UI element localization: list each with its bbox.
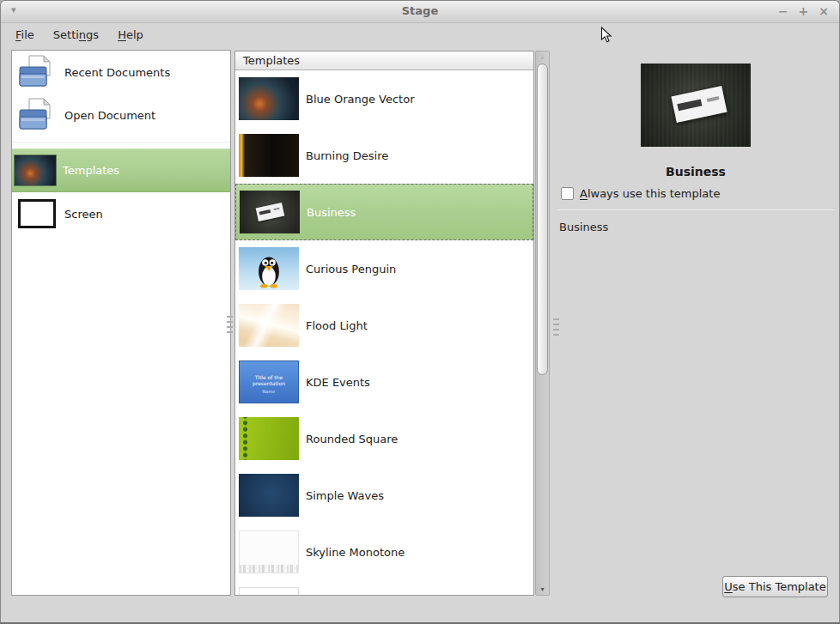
sidebar-item-label: Open Document [64,109,155,122]
penguin-icon [253,252,284,288]
templates-list: Blue Orange Vector Burning Desire Busine… [235,70,533,595]
template-item-kde-events[interactable]: Title of the presentation Name KDE Event… [235,354,533,410]
template-label: Flood Light [306,319,368,332]
sidebar-item-screen[interactable]: Screen [12,192,230,235]
sidebar-item-label: Recent Documents [64,66,170,79]
splitter-handle-left[interactable] [227,316,233,335]
mouse-cursor [600,27,612,44]
scroll-down-icon[interactable]: ▾ [536,585,549,593]
template-label: Blue Orange Vector [306,93,415,106]
maximize-button[interactable]: + [799,3,809,19]
template-item-business[interactable]: Business [235,184,533,240]
template-thumbnail [239,77,299,120]
template-thumbnail [239,417,299,460]
sidebar-item-label: Templates [63,164,119,177]
template-item-curious-penguin[interactable]: Curious Penguin [235,240,533,297]
scrollbar-thumb[interactable] [537,64,548,375]
template-thumbnail [239,134,299,177]
sidebar-separator [12,142,230,143]
template-label: Business [307,206,356,219]
business-card-graphic [671,86,727,123]
preview-panel: Business Always use this template Busine… [557,50,834,596]
window-controls: − + × [778,3,829,19]
menubar: File Settings Help [6,23,153,45]
template-thumbnail [240,191,300,233]
templates-panel: Templates Blue Orange Vector Burning Des… [234,51,534,596]
templates-scrollbar[interactable]: ▴ ▾ [535,51,550,596]
template-item-skyline-monotone[interactable]: Skyline Monotone [235,524,533,580]
sidebar-item-label: Screen [64,208,103,221]
stage-window: ▾ Stage − + × File Settings Help Recen [0,0,840,624]
screen-icon [17,195,57,233]
scroll-up-icon[interactable]: ▴ [536,53,549,61]
template-label: Rounded Square [306,433,398,445]
checkbox-label: Always use this template [580,187,720,200]
preview-title: Business [557,165,834,179]
template-preview-image [641,64,751,147]
menu-settings[interactable]: Settings [44,25,108,45]
always-use-template-checkbox-row[interactable]: Always use this template [561,187,834,200]
template-label: KDE Events [306,376,370,389]
template-label: Simple Waves [306,489,384,502]
folder-document-icon [17,96,57,134]
template-label: Curious Penguin [306,263,396,276]
template-item-flood-light[interactable]: Flood Light [235,297,533,354]
sidebar-panel: Recent Documents Open Document Templates… [11,50,231,596]
template-label: Burning Desire [306,149,388,162]
template-item-burning-desire[interactable]: Burning Desire [235,127,533,184]
close-button[interactable]: × [819,3,829,19]
menu-file[interactable]: File [6,25,44,45]
preview-separator [557,209,834,210]
template-item-simple-waves[interactable]: Simple Waves [235,467,533,524]
template-label: Skyline Monotone [306,546,405,559]
template-thumbnail [239,304,299,347]
checkbox[interactable] [561,187,574,200]
menu-help[interactable]: Help [108,25,153,45]
template-item-partial[interactable] [235,580,533,595]
sidebar-item-open-document[interactable]: Open Document [12,94,230,136]
use-this-template-button[interactable]: Use This Template [722,576,828,597]
templates-list-header[interactable]: Templates [235,51,533,70]
template-item-rounded-square[interactable]: Rounded Square [235,410,533,467]
template-thumbnail: Title of the presentation Name [239,360,299,403]
preview-description: Business [559,221,834,233]
template-thumbnail [239,474,299,517]
sidebar-item-templates[interactable]: Templates [12,148,230,192]
template-item-blue-orange-vector[interactable]: Blue Orange Vector [235,70,533,127]
template-thumbnail [239,587,299,595]
window-title: Stage [1,4,839,17]
template-thumbnail [239,530,299,573]
templates-thumbnail-icon [15,152,55,190]
sidebar-item-recent-documents[interactable]: Recent Documents [12,51,230,94]
titlebar[interactable]: ▾ Stage − + × [1,1,839,23]
minimize-button[interactable]: − [778,3,788,19]
folder-document-icon [17,53,57,91]
template-thumbnail [239,247,299,290]
